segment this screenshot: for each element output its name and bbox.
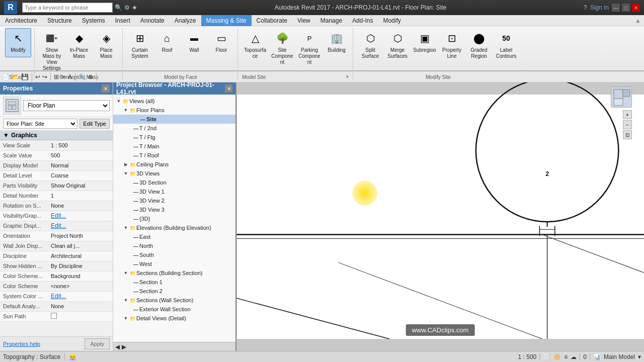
project-browser-close-button[interactable]: ✕ — [225, 84, 232, 93]
tree-item-tftg[interactable]: — T / Ftg — [113, 133, 235, 142]
building-button[interactable]: 🏢 Building — [324, 28, 350, 57]
status-workset-icon[interactable]: 👷 — [69, 353, 76, 360]
zoom-extents-button[interactable]: ⊡ — [623, 130, 632, 139]
browser-nav-back[interactable]: ◀ — [115, 343, 120, 350]
qa-undo-icon[interactable]: ↩ — [35, 73, 40, 80]
tree-item-troof[interactable]: — T / Roof — [113, 151, 235, 160]
status-render-icon[interactable]: 🔆 — [553, 353, 561, 360]
zoom-in-button[interactable]: + — [623, 110, 632, 119]
canvas-area[interactable]: 2 www.CADclips.com — [236, 82, 644, 351]
edit-type-button[interactable]: Edit Type — [79, 119, 110, 129]
menu-structure[interactable]: Structure — [42, 15, 77, 26]
modify-button[interactable]: ↖ Modify — [5, 28, 31, 57]
graphic-displ-edit-button[interactable]: Edit... — [51, 222, 66, 229]
parking-component-button[interactable]: P Parking Component — [296, 28, 323, 67]
tree-item-section2[interactable]: — Section 2 — [113, 287, 235, 296]
menu-annotate[interactable]: Annotate — [135, 15, 170, 26]
menu-collaborate[interactable]: Collaborate — [252, 15, 292, 26]
qa-align-icon[interactable]: ⊞ — [54, 73, 59, 80]
qa-save-icon[interactable]: 💾 — [21, 73, 29, 80]
split-surface-button[interactable]: ⬡ Split Surface — [357, 28, 383, 61]
tree-item-section1[interactable]: — Section 1 — [113, 278, 235, 287]
tree-item-3d-views[interactable]: ▼ 📁 3D Views — [113, 169, 235, 178]
tree-item-sections-wall[interactable]: ▼ 📁 Sections (Wall Section) — [113, 296, 235, 305]
merge-surfaces-button[interactable]: ⬡ Merge Surfaces — [384, 28, 411, 61]
subregion-button[interactable]: ▣ Subregion — [412, 28, 438, 57]
tree-item-tmain[interactable]: — T / Main — [113, 142, 235, 151]
search-icon[interactable]: 🔍 — [115, 4, 122, 11]
tree-item-3d-section[interactable]: — 3D Section — [113, 178, 235, 187]
tree-item-site[interactable]: — Site — [113, 115, 235, 124]
view-cube[interactable] — [611, 86, 632, 108]
site-component-button[interactable]: 🌳 Site Component — [269, 28, 295, 67]
tree-item-west[interactable]: — West — [113, 259, 235, 268]
status-shadows[interactable]: ☁ — [571, 353, 577, 360]
menu-modify[interactable]: Modify — [378, 15, 406, 26]
menu-manage[interactable]: Manage — [315, 15, 347, 26]
floor-button[interactable]: ▭ Floor — [208, 28, 234, 57]
minimize-button[interactable]: — — [612, 4, 620, 12]
tree-item-floor-plans[interactable]: ▼ 📁 Floor Plans — [113, 106, 235, 115]
graded-region-button[interactable]: ⬤ Graded Region — [466, 28, 492, 61]
label-contours-button[interactable]: 50 Label Contours — [493, 28, 519, 61]
signin-label[interactable]: Sign In — [590, 4, 609, 11]
browser-nav-forward[interactable]: ▶ — [122, 343, 126, 350]
qa-text-icon[interactable]: A — [68, 73, 72, 80]
model-site-expand-icon[interactable]: ▼ — [345, 74, 350, 79]
roof-button[interactable]: ⌂ Roof — [154, 28, 180, 57]
close-button[interactable]: ✕ — [632, 4, 640, 12]
property-line-button[interactable]: ⊡ Property Line — [439, 28, 465, 61]
tree-item-t2nd[interactable]: — T / 2nd — [113, 124, 235, 133]
wall-button[interactable]: ▬ Wall — [181, 28, 207, 57]
menu-view[interactable]: View — [292, 15, 315, 26]
qa-snap-icon[interactable]: ⊕ — [88, 73, 93, 80]
tree-item-3d-view1[interactable]: — 3D View 1 — [113, 187, 235, 196]
tree-item-exterior-wall-section[interactable]: — Exterior Wall Section — [113, 305, 235, 314]
zoom-out-button[interactable]: − — [623, 120, 632, 129]
tree-item-east[interactable]: — East — [113, 232, 235, 241]
menu-analyze[interactable]: Analyze — [170, 15, 201, 26]
settings-icon[interactable]: ⚙ — [124, 4, 130, 11]
system-color-edit-button[interactable]: Edit... — [51, 293, 66, 300]
tree-item-detail-views[interactable]: ▼ 📁 Detail Views (Detail) — [113, 314, 235, 323]
properties-close-button[interactable]: ✕ — [102, 84, 110, 93]
qa-new-icon[interactable]: 📄 — [2, 73, 10, 80]
visibility-edit-button[interactable]: Edit... — [51, 212, 66, 219]
status-thin-lines[interactable]: ≡ — [564, 353, 568, 360]
qa-redo-icon[interactable]: ↪ — [42, 73, 47, 80]
curtain-system-button[interactable]: ⊞ Curtain System — [127, 28, 153, 61]
collapse-ribbon-btn[interactable]: ▲ — [635, 17, 641, 24]
tree-item-south[interactable]: — South — [113, 250, 235, 259]
tree-item-3d-view2[interactable]: — 3D View 2 — [113, 196, 235, 205]
status-view-controls[interactable]: ⬜ — [543, 353, 550, 360]
tree-item-3d-default[interactable]: — {3D} — [113, 214, 235, 223]
star-icon[interactable]: ★ — [132, 4, 137, 11]
place-mass-button[interactable]: ◈ Place Mass — [93, 28, 119, 61]
qa-measure-icon[interactable]: ✏ — [61, 73, 66, 80]
maximize-button[interactable]: □ — [622, 4, 630, 12]
in-place-mass-button[interactable]: ◆ In-Place Mass — [66, 28, 92, 61]
menu-systems[interactable]: Systems — [77, 15, 110, 26]
properties-help-link[interactable]: Properties help — [3, 341, 40, 347]
graphics-section-toggle[interactable]: ▼ — [3, 132, 9, 139]
menu-massing-site[interactable]: Massing & Site — [201, 15, 252, 26]
search-input[interactable] — [22, 3, 113, 13]
toposurface-button[interactable]: △ Toposurface — [242, 28, 268, 61]
menu-architecture[interactable]: Architecture — [0, 15, 42, 26]
tree-item-elevations[interactable]: ▼ 📁 Elevations (Building Elevation) — [113, 223, 235, 232]
qa-open-icon[interactable]: 📂 — [12, 73, 19, 80]
tree-item-north[interactable]: — North — [113, 241, 235, 250]
apply-button[interactable]: Apply — [85, 338, 110, 349]
type-dropdown[interactable]: Floor Plan — [23, 100, 110, 111]
tree-item-ceiling-plans[interactable]: ▶ 📁 Ceiling Plans — [113, 160, 235, 169]
tree-item-views-all[interactable]: ▼ 📁 Views (all) — [113, 97, 235, 106]
status-workshare[interactable]: 📊 — [593, 353, 601, 360]
help-icon[interactable]: ? — [584, 4, 587, 11]
view-type-dropdown[interactable]: Floor Plan: Site — [3, 119, 77, 129]
tree-item-sections-building[interactable]: ▼ 📁 Sections (Building Section) — [113, 268, 235, 278]
sun-path-checkbox[interactable] — [51, 313, 57, 319]
show-mass-button[interactable]: ⬛👁 Show Mass by View Settings — [39, 28, 65, 73]
qa-tools-icon[interactable]: 🔧 — [78, 73, 86, 80]
tree-item-3d-view3[interactable]: — 3D View 3 — [113, 205, 235, 214]
menu-addins[interactable]: Add-Ins — [347, 15, 378, 26]
